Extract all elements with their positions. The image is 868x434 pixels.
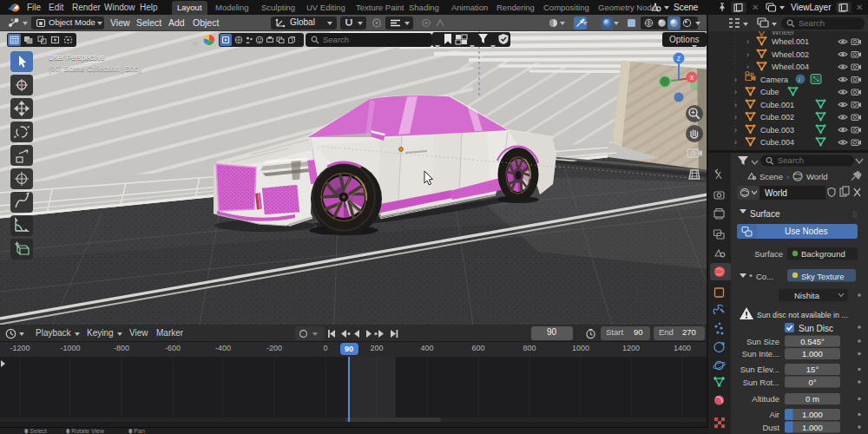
svg-text:Cube.002: Cube.002 bbox=[760, 113, 794, 122]
svg-text:Surface: Surface bbox=[754, 249, 783, 259]
svg-text:0°: 0° bbox=[808, 378, 816, 387]
svg-text:Wheel: Wheel bbox=[772, 31, 794, 36]
svg-text:Wheel.002: Wheel.002 bbox=[772, 50, 809, 59]
svg-text:Dust: Dust bbox=[762, 423, 779, 432]
svg-text:Air: Air bbox=[769, 410, 779, 419]
svg-text:⣿: ⣿ bbox=[852, 211, 858, 219]
svg-text:15°: 15° bbox=[806, 365, 819, 374]
svg-text:Sun Inte...: Sun Inte... bbox=[742, 349, 779, 358]
svg-text:0 m: 0 m bbox=[806, 394, 819, 404]
svg-text:Altitude: Altitude bbox=[752, 394, 779, 404]
svg-text:World: World bbox=[765, 188, 787, 198]
svg-text:Nishita: Nishita bbox=[794, 291, 820, 300]
svg-text:0.545°: 0.545° bbox=[800, 337, 825, 346]
svg-text:›: › bbox=[734, 101, 737, 109]
svg-text:Scene: Scene bbox=[760, 172, 783, 181]
svg-text:Sun Disc: Sun Disc bbox=[799, 324, 833, 333]
svg-text:Sky Texture: Sky Texture bbox=[801, 272, 844, 281]
svg-text:›: › bbox=[734, 88, 737, 96]
svg-text:Use Nodes: Use Nodes bbox=[785, 227, 827, 236]
svg-text:Wheel.001: Wheel.001 bbox=[772, 37, 809, 46]
svg-text:Sun Rot...: Sun Rot... bbox=[743, 378, 779, 387]
svg-text:Cube.003: Cube.003 bbox=[760, 126, 794, 135]
svg-text:›: › bbox=[746, 50, 749, 59]
svg-text:›: › bbox=[786, 172, 789, 181]
svg-text:Camera: Camera bbox=[760, 76, 788, 84]
svg-text:›: › bbox=[734, 76, 737, 84]
svg-text:›: › bbox=[746, 37, 749, 46]
svg-text:›: › bbox=[746, 62, 749, 71]
svg-text:Surface: Surface bbox=[750, 209, 780, 219]
svg-text:Co...: Co... bbox=[756, 272, 773, 281]
svg-text:Sun Size: Sun Size bbox=[746, 337, 779, 346]
svg-text:Wheel.004: Wheel.004 bbox=[772, 62, 809, 71]
svg-text:Search: Search bbox=[778, 155, 804, 165]
svg-text:1.000: 1.000 bbox=[802, 410, 823, 419]
svg-text:Background: Background bbox=[801, 249, 845, 259]
svg-text:Z: Z bbox=[677, 56, 681, 62]
svg-text:♪: ♪ bbox=[798, 76, 801, 82]
svg-text:1.000: 1.000 bbox=[802, 349, 823, 358]
svg-text:Sun disc not available in ...: Sun disc not available in ... bbox=[757, 311, 848, 319]
svg-text:X: X bbox=[690, 75, 694, 81]
svg-text:Cube: Cube bbox=[760, 88, 779, 96]
svg-text:›: › bbox=[734, 126, 737, 135]
svg-text:›: › bbox=[734, 113, 737, 122]
svg-text:Sun Elev...: Sun Elev... bbox=[740, 365, 779, 374]
svg-text:Cube.001: Cube.001 bbox=[760, 101, 794, 109]
svg-text:›: › bbox=[734, 138, 737, 147]
svg-text:1.000: 1.000 bbox=[802, 423, 823, 432]
svg-text:World: World bbox=[806, 172, 828, 181]
svg-text:Cube.004: Cube.004 bbox=[760, 138, 794, 147]
